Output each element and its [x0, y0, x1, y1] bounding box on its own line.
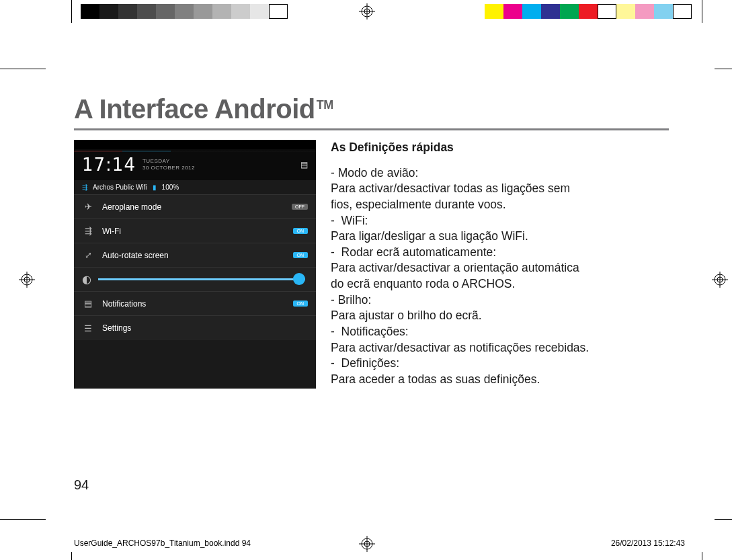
footer-timestamp-slug: 26/02/2013 15:12:43: [611, 538, 685, 548]
android-statusbar: [74, 140, 316, 149]
brightness-slider[interactable]: [98, 278, 305, 280]
row-wifi[interactable]: ⇶ Wi-Fi ON: [74, 219, 316, 243]
settings-icon: ☰: [82, 323, 94, 333]
item-title: - Definições:: [331, 356, 669, 372]
notifications-icon: ▤: [82, 298, 94, 309]
item-title: - Modo de avião:: [331, 165, 669, 182]
battery-icon: ▮: [153, 184, 157, 191]
row-notifications[interactable]: ▤ Notifications ON: [74, 292, 316, 316]
item-desc: Para activar/desactivar todas as ligaçõe…: [331, 181, 669, 212]
notification-header: 17:14 TUESDAY 30 OCTOBER 2012 ▤: [74, 149, 316, 180]
crop-mark: [715, 519, 732, 520]
crop-mark: [0, 519, 46, 520]
wifi-icon: ⇶: [82, 226, 94, 236]
printer-color-bar-grayscale: [81, 4, 288, 19]
item-desc: Para ligar/desligar a sua ligação WiFi.: [331, 229, 669, 245]
footer-filename-slug: UserGuide_ARCHOS97b_Titanium_book.indd 9…: [74, 538, 251, 548]
registration-mark-icon: [359, 536, 375, 552]
page-number: 94: [74, 477, 89, 493]
airplane-icon: ✈: [82, 202, 94, 212]
page-title-text: A Interface Android: [74, 94, 315, 124]
page-title: A Interface AndroidTM: [74, 94, 669, 124]
row-brightness[interactable]: ◐: [74, 268, 316, 292]
row-aeroplane-mode[interactable]: ✈ Aeroplane mode OFF: [74, 195, 316, 219]
row-auto-rotate[interactable]: ⤢ Auto-rotate screen ON: [74, 243, 316, 268]
wifi-network-label: Archos Public Wifi: [93, 184, 147, 191]
crop-mark: [715, 69, 732, 69]
registration-mark-icon: [19, 272, 35, 288]
item-title: - Brilho:: [331, 292, 669, 309]
row-label: Wi-Fi: [102, 227, 121, 236]
clock-date: 30 OCTOBER 2012: [143, 165, 195, 171]
crop-mark: [71, 0, 72, 23]
row-label: Settings: [102, 323, 131, 333]
registration-mark-icon: [712, 272, 728, 288]
row-label: Notifications: [102, 299, 146, 309]
crop-mark: [702, 552, 702, 560]
row-settings[interactable]: ☰ Settings: [74, 316, 316, 340]
rotate-icon: ⤢: [82, 250, 94, 260]
toggle-off[interactable]: OFF: [292, 204, 308, 210]
item-title: - WiFi:: [331, 213, 669, 229]
row-label: Aeroplane mode: [102, 202, 161, 212]
toggle-on[interactable]: ON: [293, 228, 309, 234]
item-desc: Para ajustar o brilho do ecrã.: [331, 308, 669, 324]
status-row: ⇶ Archos Public Wifi ▮ 100%: [74, 180, 316, 195]
item-title: - Notificações:: [331, 324, 669, 340]
definition-list: - Modo de avião:Para activar/desactivar …: [331, 165, 669, 388]
section-heading: As Definições rápidas: [331, 140, 669, 156]
item-desc: Para activar/desactivar a orientação aut…: [331, 260, 669, 292]
trademark-symbol: TM: [317, 98, 333, 112]
battery-percent: 100%: [162, 184, 179, 191]
item-desc: Para activar/desactivar as notificações …: [331, 340, 669, 356]
slider-thumb[interactable]: [293, 273, 305, 285]
quick-settings-toggle-icon[interactable]: ▤: [300, 160, 308, 169]
clock-time: 17:14: [82, 155, 136, 175]
crop-mark: [0, 69, 46, 69]
screenshot-quick-settings: 17:14 TUESDAY 30 OCTOBER 2012 ▤ ⇶ Archos…: [74, 140, 316, 389]
crop-mark: [71, 552, 72, 560]
text-column: As Definições rápidas - Modo de avião:Pa…: [331, 140, 669, 389]
registration-mark-icon: [359, 3, 375, 19]
decorative: [74, 151, 316, 152]
brightness-icon: ◐: [82, 273, 91, 286]
crop-mark: [702, 0, 702, 23]
horizontal-rule: [74, 128, 669, 130]
toggle-on[interactable]: ON: [293, 252, 309, 258]
item-title: - Rodar ecrã automaticamente:: [331, 245, 669, 261]
wifi-icon: ⇶: [82, 184, 87, 191]
toggle-on[interactable]: ON: [293, 301, 309, 307]
row-label: Auto-rotate screen: [102, 251, 169, 260]
clock-day: TUESDAY: [143, 158, 195, 165]
item-desc: Para aceder a todas as suas definições.: [331, 372, 669, 388]
printer-color-bar-color: [485, 4, 692, 19]
